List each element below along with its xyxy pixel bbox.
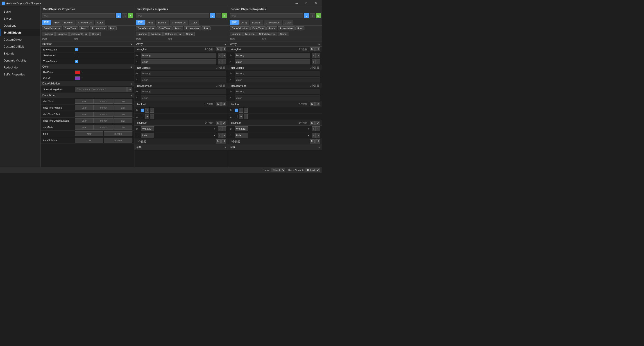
theme-variants-select[interactable]: Default Light Dark: [305, 168, 320, 172]
minimize-button[interactable]: —: [292, 0, 301, 6]
first-misc-u-btn[interactable]: U: [221, 139, 226, 144]
second-enumlist-select-0[interactable]: Win32NT Unix: [235, 126, 248, 131]
first-enumlist-minus-1[interactable]: -: [222, 133, 226, 138]
second-boollist-cb-0[interactable]: [235, 109, 238, 112]
first-stringlist-minus-0[interactable]: -: [222, 53, 226, 58]
three-states-checkbox[interactable]: [75, 60, 78, 63]
first-filter-checked-list[interactable]: Checked List: [170, 20, 188, 25]
datetime-month[interactable]: month: [94, 99, 113, 104]
second-filter-numeric[interactable]: Numeric: [243, 32, 256, 36]
first-enumlist-plus-0[interactable]: +: [218, 126, 222, 131]
sidebar-item-datasync[interactable]: DataSync: [0, 22, 40, 29]
first-c-button[interactable]: C: [210, 13, 215, 18]
multiobjects-c-button[interactable]: C: [116, 13, 121, 18]
second-filter-string[interactable]: String: [278, 32, 289, 36]
second-misc-n-btn[interactable]: N: [310, 139, 314, 144]
maximize-button[interactable]: □: [302, 0, 311, 6]
time-hour[interactable]: hour: [75, 131, 103, 136]
datetime-section-header[interactable]: Date Time ▲: [40, 93, 134, 98]
multiobjects-search-input[interactable]: [42, 13, 115, 18]
encrypt-data-checkbox[interactable]: [75, 48, 78, 51]
first-enumlist-plus-1[interactable]: +: [218, 133, 222, 138]
second-filter-datetime[interactable]: Date Time: [250, 26, 266, 31]
sidebar-item-extends[interactable]: Extends: [0, 50, 40, 57]
first-search-input[interactable]: [136, 13, 209, 18]
filter-color[interactable]: Color: [95, 20, 105, 25]
second-enumlist-u-btn[interactable]: U: [315, 121, 320, 125]
filter-datavalidation[interactable]: DataValidation: [42, 26, 62, 31]
filter-checked-list[interactable]: Checked List: [76, 20, 94, 25]
first-enumlist-select-1[interactable]: Win32NT Unix: [141, 133, 154, 138]
first-array-section-header[interactable]: Array ▲: [134, 42, 228, 47]
first-stringlist-u-btn[interactable]: U: [221, 47, 226, 51]
first-stringlist-plus-0[interactable]: +: [218, 53, 222, 58]
first-filter-enum[interactable]: Enum: [172, 26, 183, 31]
first-misc-n-btn[interactable]: N: [216, 139, 221, 144]
filter-enum[interactable]: Enum: [78, 26, 89, 31]
boolean-section-header[interactable]: Boolean ▲: [40, 42, 134, 47]
filter-expandable[interactable]: Expandable: [90, 26, 107, 31]
sidebar-item-dynamic-visibility[interactable]: Dynamic Visibility: [0, 57, 40, 64]
second-r-button[interactable]: R: [310, 13, 315, 18]
close-button[interactable]: ✕: [311, 0, 320, 6]
filter-string[interactable]: String: [90, 32, 101, 36]
first-boollist-minus-0[interactable]: -: [150, 108, 154, 113]
datetime-nullable-day[interactable]: day: [114, 105, 132, 110]
datetime-day[interactable]: day: [114, 99, 132, 104]
safe-mode-checkbox[interactable]: [75, 54, 78, 57]
second-enumlist-plus-1[interactable]: +: [312, 133, 316, 138]
first-boollist-cb-0[interactable]: [141, 109, 144, 112]
first-boollist-cb-1[interactable]: [141, 115, 144, 118]
first-filter-array[interactable]: Array: [146, 20, 155, 25]
first-filter-selectable-list[interactable]: Selectable List: [163, 32, 184, 36]
second-enumlist-n-btn[interactable]: N: [310, 121, 314, 125]
filter-numeric[interactable]: Numeric: [56, 32, 69, 36]
second-stringlist-input-1[interactable]: [235, 60, 310, 65]
first-enumlist-minus-0[interactable]: -: [222, 126, 226, 131]
source-image-path-browse[interactable]: ···: [128, 87, 132, 92]
second-filter-datavalidation[interactable]: DataValidation: [230, 26, 250, 31]
datetime-offset-month[interactable]: month: [94, 112, 113, 117]
color-section-header[interactable]: Color ▲: [40, 64, 134, 69]
second-misc-header[interactable]: 杂项 ▲: [228, 144, 322, 150]
first-enumlist-u-btn[interactable]: U: [221, 121, 226, 125]
sidebar-item-customcelledit[interactable]: CustomCellEdit: [0, 43, 40, 50]
filter-array[interactable]: Array: [52, 20, 62, 25]
second-boollist-plus-0[interactable]: +: [239, 108, 243, 113]
sidebar-item-redoundo[interactable]: RedoUndo: [0, 64, 40, 71]
second-filter-color[interactable]: Color: [283, 20, 293, 25]
first-enumlist-n-btn[interactable]: N: [216, 121, 221, 125]
first-filter-imaging[interactable]: Imaging: [136, 32, 148, 36]
first-stringlist-plus-1[interactable]: +: [218, 60, 222, 65]
dto-nullable-day[interactable]: day: [114, 118, 132, 123]
start-date-month[interactable]: month: [94, 125, 113, 130]
second-filter-selectable-list[interactable]: Selectable List: [257, 32, 278, 36]
second-boollist-n-btn[interactable]: N: [310, 102, 314, 106]
datetime-year[interactable]: year: [75, 99, 94, 104]
sidebar-item-basic[interactable]: Basic: [0, 8, 40, 15]
second-stringlist-plus-0[interactable]: +: [312, 53, 316, 58]
datetime-offset-day[interactable]: day: [114, 112, 132, 117]
color2-swatch[interactable]: ▼: [75, 76, 83, 80]
first-boollist-u-btn[interactable]: U: [221, 102, 226, 106]
filter-selectable-list[interactable]: Selectable List: [69, 32, 90, 36]
second-filter-expandable[interactable]: Expandable: [278, 26, 295, 31]
first-filter-datetime[interactable]: Date Time: [156, 26, 172, 31]
filter-datetime[interactable]: Date Time: [62, 26, 78, 31]
second-filter-enum[interactable]: Enum: [266, 26, 277, 31]
first-filter-font[interactable]: Font: [202, 26, 210, 31]
first-scroll[interactable]: Array ▲ stringList 2个数据 N U 0 +: [134, 42, 228, 167]
second-stringlist-input-0[interactable]: [235, 53, 310, 58]
second-filter-all[interactable]: 所有: [230, 20, 239, 25]
filter-font[interactable]: Font: [108, 26, 117, 31]
second-boollist-minus-0[interactable]: -: [244, 108, 248, 113]
first-misc-header[interactable]: 杂项 ▲: [134, 144, 228, 150]
second-filter-font[interactable]: Font: [296, 26, 304, 31]
second-enumlist-minus-0[interactable]: -: [316, 126, 320, 131]
first-k-button[interactable]: K: [222, 13, 227, 18]
time-nullable-minute[interactable]: minute: [104, 138, 132, 143]
second-boollist-u-btn[interactable]: U: [315, 102, 320, 106]
sidebar-item-styles[interactable]: Styles: [0, 15, 40, 22]
time-nullable-hour[interactable]: hour: [75, 138, 103, 143]
datavalidation-section-header[interactable]: DataValidation ▲: [40, 81, 134, 86]
